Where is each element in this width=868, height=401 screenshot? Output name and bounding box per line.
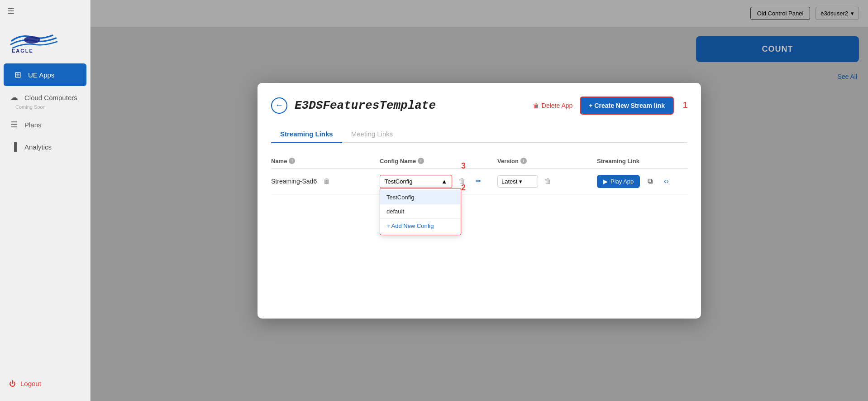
version-selected-value: Latest (501, 178, 517, 185)
table-row: Streaming-Sad6 🗑 3 TestConfig ▲ TestConf… (271, 169, 687, 195)
eagle-logo: EAGLE 3D STREAMING (7, 27, 62, 54)
play-app-label: Play App (610, 178, 634, 185)
config-edit-button[interactable]: ✏ (472, 175, 485, 188)
modal-actions: 🗑 Delete App + Create New Stream link 1 (533, 97, 687, 115)
version-select[interactable]: Latest ▾ (497, 175, 538, 188)
config-dropdown-arrow: ▲ (441, 178, 447, 185)
create-stream-label: + Create New Stream link (589, 102, 665, 109)
tab-streaming-links[interactable]: Streaming Links (271, 126, 342, 143)
config-option-testconfig[interactable]: TestConfig (380, 190, 461, 204)
collapse-button[interactable]: ☰ (0, 0, 90, 23)
sidebar-item-analytics[interactable]: ▐ Analytics (0, 136, 90, 158)
annotation-3: 3 (461, 161, 466, 171)
row-delete-button[interactable]: 🗑 (320, 175, 333, 188)
sidebar-item-ue-apps[interactable]: ⊞ UE Apps (4, 63, 86, 86)
logo: EAGLE 3D STREAMING (0, 23, 90, 63)
svg-point-0 (24, 36, 40, 43)
svg-text:EAGLE: EAGLE (12, 48, 33, 53)
delete-app-label: Delete App (542, 102, 573, 109)
th-name: Name i (271, 158, 380, 164)
sidebar-item-label-cloud: Cloud Computers (24, 94, 77, 101)
streaming-link-cell: ▶ Play App ⧉ ‹› (597, 175, 687, 188)
analytics-icon: ▐ (9, 142, 19, 152)
modal-title: E3DSFeaturesTemplate (295, 99, 436, 112)
annotation-2: 2 (461, 183, 466, 193)
logout-icon: ⏻ (9, 380, 16, 387)
back-icon: ← (275, 101, 283, 110)
sidebar-item-label-analytics: Analytics (24, 143, 52, 151)
copy-link-button[interactable]: ⧉ (644, 175, 656, 188)
config-dropdown-trigger[interactable]: TestConfig ▲ (380, 175, 452, 188)
logout-label: Logout (20, 380, 41, 387)
delete-app-button[interactable]: 🗑 Delete App (533, 102, 573, 109)
svg-text:3D STREAMING: 3D STREAMING (14, 54, 54, 54)
sidebar-item-cloud-computers-wrapper: ☁ Cloud Computers Coming Soon (0, 86, 90, 113)
config-info-icon[interactable]: i (418, 158, 424, 164)
trash-icon: 🗑 (533, 102, 539, 109)
sidebar-nav: ⊞ UE Apps ☁ Cloud Computers Coming Soon … (0, 63, 90, 366)
sidebar-item-label-ue-apps: UE Apps (28, 71, 54, 79)
config-dropdown-wrapper: 3 TestConfig ▲ TestConfig default + Add … (380, 175, 452, 188)
sidebar-item-plans[interactable]: ☰ Plans (0, 113, 90, 136)
modal-title-area: ← E3DSFeaturesTemplate (271, 97, 436, 114)
th-version: Version i (497, 158, 597, 164)
annotation-1: 1 (683, 101, 687, 110)
version-cell: Latest ▾ 🗑 (497, 175, 597, 188)
config-selected-value: TestConfig (385, 178, 412, 185)
create-stream-button[interactable]: + Create New Stream link (580, 97, 674, 115)
table-header: Name i Config Name i Version i Streaming… (271, 154, 687, 169)
sidebar-bottom: ⏻ Logout (0, 366, 90, 401)
th-streaming-link: Streaming Link (597, 158, 687, 164)
play-icon: ▶ (603, 178, 608, 185)
modal-backdrop: ← E3DSFeaturesTemplate 🗑 Delete App + Cr… (91, 0, 868, 401)
logout-button[interactable]: ⏻ Logout (9, 375, 81, 392)
modal-header: ← E3DSFeaturesTemplate 🗑 Delete App + Cr… (271, 97, 687, 115)
tab-meeting-links[interactable]: Meeting Links (342, 126, 402, 143)
config-cell: 3 TestConfig ▲ TestConfig default + Add … (380, 175, 497, 188)
row-name: Streaming-Sad6 (271, 178, 317, 185)
config-option-default[interactable]: default (380, 204, 461, 218)
version-info-icon[interactable]: i (520, 158, 527, 164)
cloud-coming-soon: Coming Soon (15, 104, 90, 113)
sidebar-item-label-plans: Plans (24, 121, 42, 129)
modal: ← E3DSFeaturesTemplate 🗑 Delete App + Cr… (258, 83, 701, 319)
name-info-icon[interactable]: i (289, 158, 295, 164)
sidebar: ☰ EAGLE 3D STREAMING ⊞ UE Apps ☁ Cloud C… (0, 0, 91, 401)
cloud-icon: ☁ (9, 92, 19, 102)
collapse-icon: ☰ (7, 7, 14, 16)
th-config: Config Name i (380, 158, 497, 164)
version-dropdown-arrow: ▾ (519, 178, 522, 185)
config-dropdown-menu: TestConfig default + Add New Config (380, 188, 461, 235)
embed-code-button[interactable]: ‹› (660, 175, 672, 188)
plans-icon: ☰ (9, 120, 19, 130)
name-cell: Streaming-Sad6 🗑 (271, 175, 380, 188)
add-new-config-button[interactable]: + Add New Config (380, 218, 461, 233)
back-button[interactable]: ← (271, 97, 287, 114)
version-delete-button[interactable]: 🗑 (542, 175, 554, 188)
play-app-button[interactable]: ▶ Play App (597, 175, 640, 188)
ue-apps-icon: ⊞ (13, 70, 23, 80)
modal-tabs: Streaming Links Meeting Links (271, 126, 687, 143)
